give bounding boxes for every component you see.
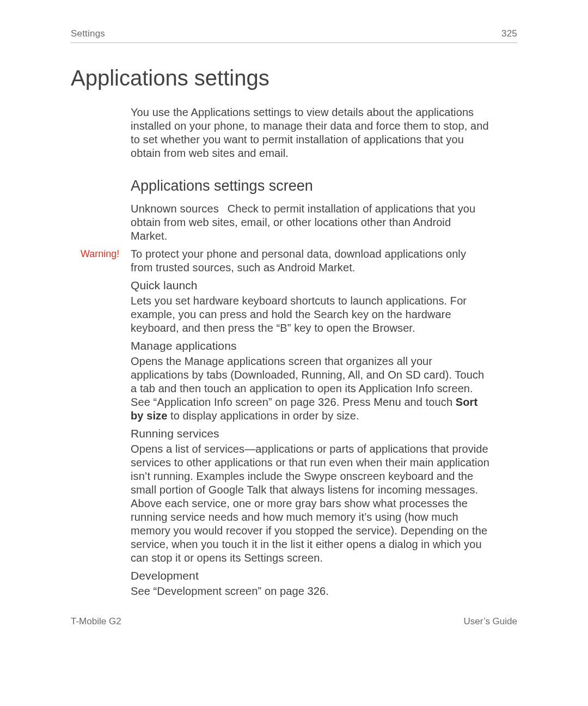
footer-left: T-Mobile G2	[71, 616, 121, 627]
running-header: Settings 325	[71, 28, 517, 43]
footer-right: User’s Guide	[463, 616, 517, 627]
quick-launch-heading: Quick launch	[131, 279, 490, 292]
content-column: You use the Applications settings to vie…	[131, 106, 490, 598]
warning-label: Warning!	[81, 248, 119, 260]
unknown-sources-label: Unknown sources	[131, 203, 219, 215]
warning-text: To protect your phone and personal data,…	[131, 247, 490, 275]
development-heading: Development	[131, 569, 490, 582]
quick-launch-text: Lets you set hardware keyboard shortcuts…	[131, 294, 490, 335]
manage-apps-text-post: to display applications in order by size…	[167, 410, 359, 422]
warning-row: Warning! To protect your phone and perso…	[131, 247, 490, 275]
intro-paragraph: You use the Applications settings to vie…	[131, 106, 490, 160]
unknown-sources-block: Unknown sources Check to permit installa…	[131, 202, 490, 243]
manage-apps-heading: Manage applications	[131, 339, 490, 352]
manage-apps-text: Opens the Manage applications screen tha…	[131, 355, 490, 423]
header-section: Settings	[71, 28, 105, 39]
running-services-heading: Running services	[131, 427, 490, 440]
page-footer: T-Mobile G2 User’s Guide	[71, 616, 517, 627]
page-title: Applications settings	[71, 66, 517, 90]
development-text: See “Development screen” on page 326.	[131, 585, 490, 598]
page-number: 325	[501, 28, 517, 39]
manage-apps-menu-word: Menu	[373, 396, 401, 408]
manage-apps-text-mid: and touch	[401, 396, 456, 408]
running-services-text: Opens a list of services—applications or…	[131, 442, 490, 565]
section-heading: Applications settings screen	[131, 178, 490, 194]
